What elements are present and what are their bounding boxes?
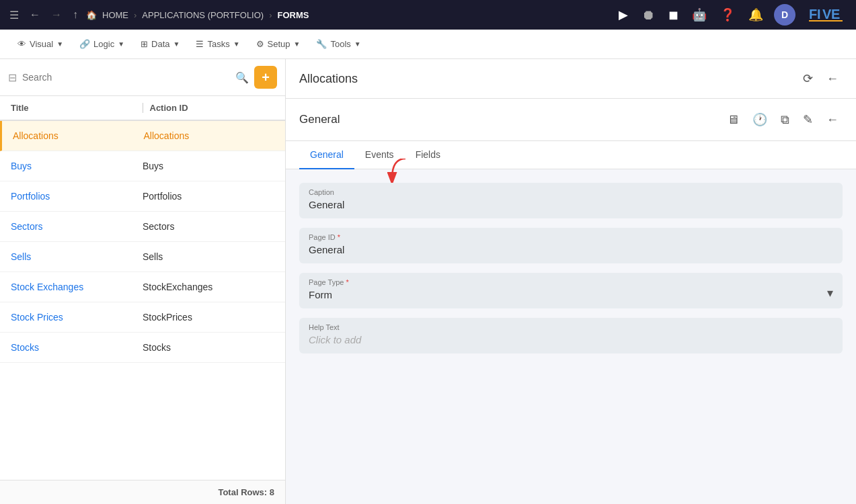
help-text-label: Help Text bbox=[309, 323, 833, 331]
column-action-header: Action ID bbox=[150, 103, 275, 113]
row-title: Sells bbox=[11, 251, 143, 262]
bot-icon[interactable]: 🤖 bbox=[689, 5, 709, 25]
tools-icon: 🔧 bbox=[316, 39, 327, 49]
hamburger-icon[interactable]: ☰ bbox=[7, 6, 22, 24]
page-id-label: Page ID * bbox=[309, 233, 833, 241]
refresh-icon[interactable]: ⟳ bbox=[799, 67, 817, 90]
help-text-placeholder: Click to add bbox=[309, 334, 833, 345]
toolbar-visual[interactable]: 👁 Visual ▼ bbox=[11, 35, 70, 53]
row-action: Sectors bbox=[143, 221, 274, 232]
toolbar-tools[interactable]: 🔧 Tools ▼ bbox=[309, 35, 367, 53]
filter-icon: ⊟ bbox=[8, 71, 17, 84]
avatar[interactable]: D bbox=[774, 4, 795, 26]
back-icon[interactable]: ← bbox=[822, 68, 843, 90]
caption-value: General bbox=[309, 199, 833, 210]
setup-chevron-icon: ▼ bbox=[294, 40, 301, 48]
list-item[interactable]: Allocations Allocations bbox=[0, 121, 285, 151]
top-nav-right: ▶ ⏺ ◼ 🤖 ❓ 🔔 D F I V E bbox=[616, 4, 849, 26]
tools-chevron-icon: ▼ bbox=[354, 40, 361, 48]
sidebar-table-header: Title Action ID bbox=[0, 96, 285, 121]
top-nav: ☰ ← → ↑ 🏠 HOME › APPLICATIONS (PORTFOLIO… bbox=[0, 0, 856, 30]
edit-icon[interactable]: ✎ bbox=[799, 108, 817, 131]
home-icon: 🏠 bbox=[86, 10, 97, 20]
column-title-header: Title bbox=[11, 103, 136, 113]
up-icon[interactable]: ↑ bbox=[70, 6, 81, 24]
section-icons: 🖥 🕐 ⧉ ✎ ← bbox=[723, 108, 843, 131]
monitor-icon[interactable]: 🖥 bbox=[723, 109, 743, 131]
sidebar-rows: Allocations Allocations Buys Buys Portfo… bbox=[0, 121, 285, 480]
list-item[interactable]: Sectors Sectors bbox=[0, 212, 285, 242]
tab-fields[interactable]: Fields bbox=[405, 141, 451, 169]
page-type-value: Form bbox=[309, 289, 827, 300]
page-type-content: Page Type * Form bbox=[309, 278, 827, 300]
row-title: Portfolios bbox=[11, 191, 143, 202]
search-icon[interactable]: 🔍 bbox=[235, 71, 249, 84]
row-action: Sells bbox=[143, 251, 274, 262]
caption-label: Caption bbox=[309, 188, 833, 196]
breadcrumb-applications[interactable]: APPLICATIONS (PORTFOLIO) bbox=[142, 10, 264, 20]
forward-icon[interactable]: → bbox=[48, 6, 65, 24]
help-text-field[interactable]: Help Text Click to add bbox=[299, 318, 843, 353]
stop-icon[interactable]: ◼ bbox=[666, 5, 681, 25]
back-icon[interactable]: ← bbox=[27, 6, 43, 24]
setup-icon: ⚙ bbox=[256, 39, 264, 49]
breadcrumb: 🏠 HOME › APPLICATIONS (PORTFOLIO) › FORM… bbox=[86, 10, 309, 20]
required-marker: * bbox=[336, 233, 340, 241]
row-title: Stock Prices bbox=[11, 312, 143, 323]
sidebar: ⊟ 🔍 + Title Action ID Allocations Alloca… bbox=[0, 59, 286, 504]
breadcrumb-home[interactable]: HOME bbox=[102, 10, 128, 20]
page-type-label: Page Type * bbox=[309, 278, 827, 286]
list-item[interactable]: Sells Sells bbox=[0, 242, 285, 272]
add-button[interactable]: + bbox=[254, 66, 277, 89]
sidebar-footer: Total Rows: 8 bbox=[0, 480, 285, 504]
page-id-field[interactable]: Page ID * General bbox=[299, 228, 843, 263]
sidebar-search-bar: ⊟ 🔍 + bbox=[0, 59, 285, 96]
row-title: Stocks bbox=[11, 342, 143, 353]
toolbar-tasks[interactable]: ☰ Tasks ▼ bbox=[189, 35, 246, 53]
main-layout: ⊟ 🔍 + Title Action ID Allocations Alloca… bbox=[0, 59, 856, 504]
logic-icon: 🔗 bbox=[79, 39, 90, 49]
play-icon[interactable]: ▶ bbox=[616, 5, 631, 25]
caption-field[interactable]: Caption General bbox=[299, 183, 843, 218]
list-item[interactable]: Buys Buys bbox=[0, 151, 285, 181]
row-action: Allocations bbox=[144, 130, 275, 141]
page-type-field[interactable]: Page Type * Form ▾ bbox=[299, 273, 843, 308]
list-item[interactable]: Stock Exchanges StockExchanges bbox=[0, 272, 285, 302]
help-icon[interactable]: ❓ bbox=[717, 5, 738, 25]
tabs: General Events Fields bbox=[286, 141, 856, 169]
row-action: Portfolios bbox=[143, 191, 274, 202]
content-area: Allocations ⟳ ← General 🖥 🕐 ⧉ ✎ ← Gener bbox=[286, 59, 856, 504]
list-item[interactable]: Portfolios Portfolios bbox=[0, 181, 285, 212]
row-action: Stocks bbox=[143, 342, 274, 353]
visual-chevron-icon: ▼ bbox=[56, 40, 63, 48]
record-icon[interactable]: ⏺ bbox=[639, 5, 658, 26]
copy-icon[interactable]: ⧉ bbox=[777, 109, 793, 131]
breadcrumb-forms[interactable]: FORMS bbox=[278, 10, 309, 20]
form-section: General 🖥 🕐 ⧉ ✎ ← General Events Fields bbox=[286, 99, 856, 504]
form-fields: Caption General Page ID * General Page T… bbox=[286, 169, 856, 504]
data-chevron-icon: ▼ bbox=[173, 40, 180, 48]
column-divider bbox=[143, 103, 143, 113]
toolbar-setup[interactable]: ⚙ Setup ▼ bbox=[249, 35, 307, 53]
data-icon: ⊞ bbox=[141, 39, 148, 49]
five-logo: F I V E bbox=[809, 7, 849, 22]
list-item[interactable]: Stock Prices StockPrices bbox=[0, 302, 285, 333]
clock-icon[interactable]: 🕐 bbox=[748, 108, 771, 131]
bell-icon[interactable]: 🔔 bbox=[746, 5, 766, 25]
row-title: Allocations bbox=[13, 130, 144, 141]
required-marker-2: * bbox=[344, 278, 348, 286]
row-title: Sectors bbox=[11, 221, 143, 232]
tasks-icon: ☰ bbox=[196, 39, 204, 49]
list-item[interactable]: Stocks Stocks bbox=[0, 333, 285, 363]
dropdown-arrow-icon[interactable]: ▾ bbox=[827, 286, 833, 300]
toolbar-logic[interactable]: 🔗 Logic ▼ bbox=[73, 35, 131, 53]
row-action: StockExchanges bbox=[143, 282, 274, 292]
tab-general[interactable]: General bbox=[299, 141, 354, 169]
close-icon[interactable]: ← bbox=[822, 109, 843, 131]
tab-events[interactable]: Events bbox=[354, 141, 405, 169]
search-input[interactable] bbox=[22, 72, 230, 83]
eye-icon: 👁 bbox=[17, 39, 26, 49]
content-header: Allocations ⟳ ← bbox=[286, 59, 856, 99]
row-action: StockPrices bbox=[143, 312, 274, 323]
toolbar-data[interactable]: ⊞ Data ▼ bbox=[134, 35, 186, 53]
